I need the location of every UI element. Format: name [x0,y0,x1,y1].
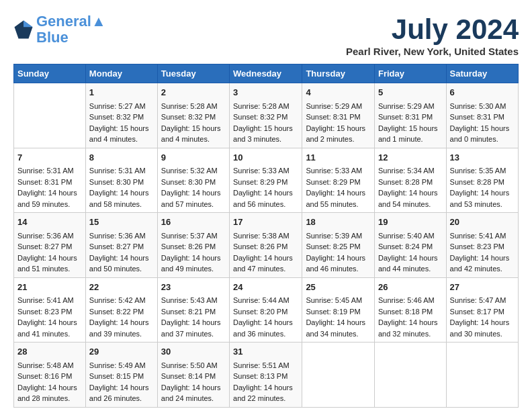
day-info-line: Sunset: 8:27 PM [17,241,82,253]
calendar-cell: 4Sunrise: 5:29 AMSunset: 8:31 PMDaylight… [302,83,375,148]
calendar-cell: 21Sunrise: 5:41 AMSunset: 8:23 PMDayligh… [14,277,86,342]
svg-marker-1 [24,21,33,28]
day-info-line: Sunset: 8:31 PM [306,111,371,123]
day-info-line: Daylight: 15 hours [306,123,371,134]
calendar-week-3: 14Sunrise: 5:36 AMSunset: 8:27 PMDayligh… [14,213,519,278]
day-number: 18 [306,216,371,229]
day-info-line: Sunrise: 5:32 AM [161,165,226,177]
day-info-line: Sunrise: 5:45 AM [306,295,371,306]
day-info-line: Sunset: 8:31 PM [450,111,515,123]
day-info-line: Daylight: 14 hours [450,317,515,328]
day-info-line: Sunrise: 5:28 AM [233,101,298,112]
calendar-cell: 7Sunrise: 5:31 AMSunset: 8:31 PMDaylight… [14,148,86,213]
calendar-cell: 18Sunrise: 5:39 AMSunset: 8:25 PMDayligh… [302,213,375,278]
day-info-line: and 4 minutes. [89,134,154,145]
day-info-line: Daylight: 14 hours [233,187,298,199]
day-info-line: Sunset: 8:24 PM [378,241,443,253]
day-info-line: Sunrise: 5:35 AM [450,165,515,177]
day-info-line: Daylight: 14 hours [450,187,515,199]
day-info-line: Sunrise: 5:36 AM [17,230,82,242]
day-info-line: Sunrise: 5:31 AM [89,165,154,177]
day-info-line: Daylight: 14 hours [306,317,371,328]
day-info-line: Sunrise: 5:28 AM [161,101,226,112]
calendar-cell [446,342,518,408]
day-info-line: Daylight: 14 hours [17,253,82,264]
logo-icon [13,19,34,40]
location: Pearl River, New York, United States [346,46,519,57]
day-number: 4 [306,86,371,99]
day-info-line: Sunrise: 5:33 AM [306,165,371,177]
day-number: 19 [378,216,443,229]
day-info-line: Sunset: 8:17 PM [450,306,515,318]
day-info-line: Daylight: 15 hours [233,123,298,134]
calendar-cell: 11Sunrise: 5:33 AMSunset: 8:29 PMDayligh… [302,148,375,213]
day-info-line: Sunset: 8:15 PM [89,371,154,382]
day-info-line: and 34 minutes. [306,328,371,340]
calendar-week-2: 7Sunrise: 5:31 AMSunset: 8:31 PMDaylight… [14,148,519,213]
calendar-cell: 9Sunrise: 5:32 AMSunset: 8:30 PMDaylight… [157,148,229,213]
calendar-cell [302,342,375,408]
day-info-line: Sunrise: 5:40 AM [378,230,443,242]
day-info-line: Sunrise: 5:38 AM [233,230,298,242]
calendar-cell: 20Sunrise: 5:41 AMSunset: 8:23 PMDayligh… [446,213,518,278]
day-info-line: and 22 minutes. [233,393,298,404]
day-info-line: Sunrise: 5:30 AM [450,101,515,112]
calendar-cell: 15Sunrise: 5:36 AMSunset: 8:27 PMDayligh… [85,213,157,278]
day-number: 26 [378,281,443,294]
month-title: July 2024 [346,13,519,46]
logo: General▲ Blue [13,13,106,46]
day-info-line: Sunrise: 5:31 AM [17,165,82,177]
calendar-cell: 25Sunrise: 5:45 AMSunset: 8:19 PMDayligh… [302,277,375,342]
day-number: 15 [89,216,154,229]
calendar-week-5: 28Sunrise: 5:48 AMSunset: 8:16 PMDayligh… [14,342,519,408]
day-info-line: Sunrise: 5:49 AM [89,360,154,371]
day-info-line: and 50 minutes. [89,263,154,275]
day-number: 11 [306,151,371,165]
day-info-line: Sunset: 8:32 PM [161,111,226,123]
day-info-line: Daylight: 14 hours [17,382,82,394]
day-info-line: Daylight: 15 hours [161,123,226,134]
calendar-cell [14,83,86,148]
day-info-line: Sunrise: 5:46 AM [378,295,443,306]
day-info-line: Sunset: 8:32 PM [89,111,154,123]
day-info-line: and 30 minutes. [450,328,515,340]
day-number: 21 [17,281,82,294]
day-number: 13 [450,151,515,165]
calendar-cell: 10Sunrise: 5:33 AMSunset: 8:29 PMDayligh… [230,148,302,213]
day-number: 25 [306,281,371,294]
calendar-table: SundayMondayTuesdayWednesdayThursdayFrid… [13,64,519,408]
calendar-cell: 1Sunrise: 5:27 AMSunset: 8:32 PMDaylight… [85,83,157,148]
logo-text: General▲ Blue [36,13,106,46]
day-info-line: Daylight: 14 hours [89,187,154,199]
day-info-line: Daylight: 14 hours [233,382,298,394]
calendar-week-1: 1Sunrise: 5:27 AMSunset: 8:32 PMDaylight… [14,83,519,148]
day-info-line: Sunset: 8:26 PM [233,241,298,253]
calendar-body: 1Sunrise: 5:27 AMSunset: 8:32 PMDaylight… [14,83,519,408]
calendar-header: SundayMondayTuesdayWednesdayThursdayFrid… [14,64,519,83]
day-info-line: Daylight: 14 hours [161,382,226,394]
day-number: 31 [233,345,298,359]
header-cell-wednesday: Wednesday [230,64,302,83]
day-info-line: Sunrise: 5:33 AM [233,165,298,177]
day-info-line: Sunset: 8:20 PM [233,306,298,318]
day-number: 30 [161,345,226,359]
day-info-line: Sunset: 8:23 PM [17,306,82,318]
calendar-cell: 14Sunrise: 5:36 AMSunset: 8:27 PMDayligh… [14,213,86,278]
day-number: 17 [233,216,298,229]
day-info-line: Daylight: 14 hours [89,317,154,328]
day-info-line: Sunrise: 5:41 AM [17,295,82,306]
day-info-line: Sunset: 8:31 PM [378,111,443,123]
day-info-line: and 44 minutes. [378,263,443,275]
calendar-cell: 12Sunrise: 5:34 AMSunset: 8:28 PMDayligh… [374,148,446,213]
day-info-line: Sunrise: 5:48 AM [17,360,82,371]
day-info-line: Sunrise: 5:50 AM [161,360,226,371]
day-number: 7 [17,151,82,165]
calendar-cell: 19Sunrise: 5:40 AMSunset: 8:24 PMDayligh… [374,213,446,278]
calendar-cell: 8Sunrise: 5:31 AMSunset: 8:30 PMDaylight… [85,148,157,213]
day-info-line: Sunrise: 5:29 AM [306,101,371,112]
logo-line1-accent: ▲ [91,13,106,30]
logo-line2: Blue [36,29,69,46]
day-info-line: and 51 minutes. [17,263,82,275]
day-info-line: and 36 minutes. [233,328,298,340]
day-info-line: Daylight: 14 hours [89,253,154,264]
